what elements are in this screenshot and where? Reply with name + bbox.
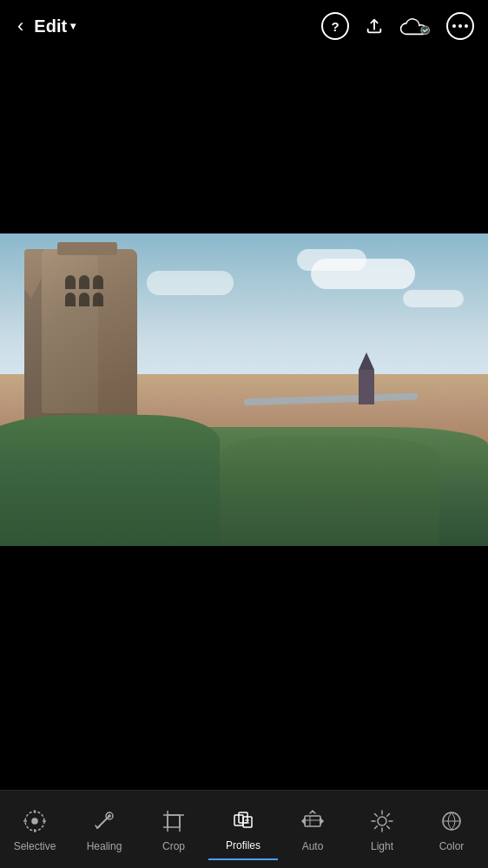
selective-label: Selective	[14, 840, 56, 852]
selective-tool-icon	[21, 807, 49, 835]
castle-window-6	[93, 293, 103, 306]
crop-tool-icon	[160, 807, 188, 835]
church-spire-top	[359, 352, 374, 370]
cloud-3	[147, 271, 234, 295]
auto-svg-icon	[300, 809, 325, 833]
header-right: ?	[321, 12, 474, 40]
church-spire	[357, 352, 376, 404]
auto-tool-icon	[299, 807, 326, 835]
toolbar-item-healing[interactable]: Healing	[69, 800, 139, 859]
selective-svg-icon	[23, 809, 47, 833]
photo-area	[0, 52, 488, 790]
svg-line-27	[375, 813, 378, 816]
toolbar-items: Selective Healing	[0, 799, 486, 860]
castle-window-1	[65, 275, 76, 289]
toolbar-item-crop[interactable]: Crop	[139, 800, 208, 859]
cloud-sync-button[interactable]	[399, 15, 431, 37]
cloud-2	[297, 249, 366, 271]
edit-menu[interactable]: Edit ▾	[34, 16, 76, 36]
castle-window-5	[79, 293, 89, 306]
toolbar-item-auto[interactable]: Auto	[278, 800, 347, 859]
dot1	[452, 24, 456, 28]
dot2	[458, 24, 462, 28]
help-icon: ?	[331, 19, 339, 34]
light-tool-icon	[368, 807, 396, 835]
svg-line-28	[387, 825, 390, 828]
dropdown-arrow-icon: ▾	[70, 20, 76, 32]
toolbar: Selective Healing	[0, 790, 488, 868]
svg-line-29	[387, 813, 390, 816]
header: ‹ Edit ▾ ?	[0, 0, 488, 52]
healing-svg-icon	[92, 809, 116, 833]
profiles-svg-icon	[231, 808, 255, 832]
toolbar-item-light[interactable]: Light	[347, 800, 417, 859]
edit-label-text: Edit	[34, 16, 67, 36]
photo-container[interactable]	[0, 233, 488, 546]
trees-layer-left	[0, 415, 220, 546]
castle-windows	[63, 273, 111, 308]
svg-line-30	[375, 825, 378, 828]
cloud-sync-icon	[399, 15, 431, 37]
auto-label: Auto	[302, 840, 324, 852]
trees-layer-right	[220, 437, 439, 546]
castle-tower	[42, 249, 98, 413]
crop-svg-icon	[162, 809, 186, 833]
share-icon	[365, 16, 384, 36]
castle-window-3	[93, 275, 103, 289]
toolbar-item-color[interactable]: Color	[417, 800, 486, 859]
back-button[interactable]: ‹	[14, 11, 27, 41]
light-svg-icon	[370, 809, 394, 833]
share-button[interactable]	[365, 16, 384, 36]
svg-point-22	[378, 817, 386, 825]
healing-label: Healing	[87, 840, 122, 852]
castle-window-4	[65, 293, 76, 306]
castle-tower-top	[57, 242, 117, 255]
healing-tool-icon	[90, 807, 118, 835]
profiles-tool-icon	[229, 806, 257, 834]
color-label: Color	[439, 840, 465, 852]
light-label: Light	[371, 840, 393, 852]
toolbar-item-selective[interactable]: Selective	[0, 800, 69, 859]
svg-point-2	[32, 819, 37, 824]
dot3	[465, 24, 468, 28]
help-button[interactable]: ?	[321, 12, 349, 40]
castle-window-2	[79, 275, 89, 289]
color-tool-icon	[438, 807, 465, 835]
church-spire-body	[359, 370, 374, 404]
color-svg-icon	[439, 809, 464, 833]
svg-rect-20	[305, 816, 320, 826]
cloud-4	[403, 290, 464, 307]
toolbar-item-profiles[interactable]: Profiles	[208, 799, 278, 860]
crop-label: Crop	[162, 840, 185, 852]
header-left: ‹ Edit ▾	[14, 11, 76, 41]
profiles-label: Profiles	[226, 839, 260, 852]
photo-canvas	[0, 233, 488, 546]
svg-rect-10	[168, 815, 180, 827]
more-options-button[interactable]	[446, 12, 474, 40]
